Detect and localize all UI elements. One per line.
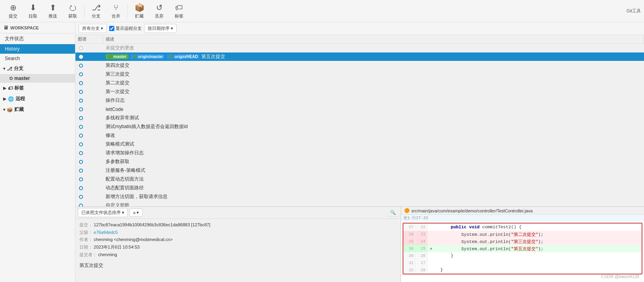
diff-line-6: 31 27	[403, 259, 642, 266]
hunk-header: 坐1·行27-33	[401, 215, 644, 221]
graph-cell-6	[75, 98, 103, 103]
toolbar-tag[interactable]: 🏷 标签	[169, 2, 189, 21]
graph-cell-17	[75, 194, 103, 199]
row-desc-3: 第三次提交	[103, 70, 644, 78]
toolbar-stash[interactable]: 📦 贮藏	[129, 1, 149, 21]
history-row-6[interactable]: 操作日志	[75, 96, 644, 105]
graph-cell-10	[75, 133, 103, 138]
sort-dropdown[interactable]: 按日期排序 ▾	[144, 24, 177, 33]
bottom-split: 已依照文件状态排序 ▾ ≡ ▾ 🔍 提交： 127bc87eaca1994b10…	[75, 206, 644, 282]
workspace-icon: 🖥	[3, 25, 8, 31]
file-type-icon: 🟠	[404, 208, 410, 213]
commit-icon: ⊕	[10, 3, 17, 12]
sidebar-search[interactable]: Search	[0, 54, 75, 63]
sort-arrow-icon: ▾	[171, 26, 173, 31]
list-view-dropdown[interactable]: ≡ ▾	[129, 208, 143, 217]
git-tool[interactable]: Git工具	[627, 8, 641, 14]
push-icon: ⬆	[50, 3, 56, 12]
tag-icon: 🏷	[175, 3, 183, 12]
toolbar: ⊕ 提交 ⬇ 拉取 ⬆ 推送 ⭮ 获取 ⎇ 分支 ⑂ 合并 📦 贮藏 ↺ 丢弃 …	[0, 0, 644, 22]
tag-arrow-icon: ▶	[3, 86, 6, 90]
row-desc-11: 策略模式测试	[103, 140, 644, 148]
history-row-2[interactable]: 第四次提交	[75, 61, 644, 70]
branch-icon: ⎇	[92, 3, 101, 12]
parent-hash-row: 父级： e76a9dedc5	[79, 229, 397, 236]
author-row: 作者： chenming <chenming@mobimedical.cn>	[79, 236, 397, 243]
toolbar-branch[interactable]: ⎇ 分支	[86, 1, 106, 21]
stash-icon: 📦	[135, 3, 145, 12]
history-row-16[interactable]: 动态配置切面路径	[75, 184, 644, 193]
divider-2	[127, 4, 128, 18]
row-desc-5: 第一次提交	[103, 88, 644, 95]
stash-arrow-icon: ▾	[3, 107, 5, 112]
bottom-left: 已依照文件状态排序 ▾ ≡ ▾ 🔍 提交： 127bc87eaca1994b10…	[75, 207, 401, 282]
row-desc-10: 修改	[103, 132, 644, 139]
diff-line-3: 29 24 System.out.println("第三次提交");	[403, 238, 642, 245]
sidebar-section-tag[interactable]: ▶ 🏷 标签	[0, 83, 75, 93]
history-row-5[interactable]: 第一次提交	[75, 88, 644, 96]
stash-section-icon: 📦	[7, 107, 13, 113]
history-row-17[interactable]: 新增方法切面，获取请求信息	[75, 193, 644, 201]
sidebar-history[interactable]: History	[0, 44, 75, 54]
history-row-4[interactable]: 第二次提交	[75, 79, 644, 88]
file-sort-dropdown[interactable]: 已依照文件状态排序 ▾	[78, 208, 128, 217]
history-row-15[interactable]: 配置动态切面方法	[75, 175, 644, 184]
remote-section-icon: 🌐	[8, 96, 14, 102]
graph-cell-12	[75, 151, 103, 156]
history-row-13[interactable]: 多参数获取	[75, 158, 644, 166]
diff-line-1: 27 22 public void commitTest2() {	[403, 224, 642, 231]
graph-cell-5	[75, 89, 103, 94]
branch-filter-dropdown[interactable]: 所有分支 ▾	[79, 24, 107, 33]
history-row-18[interactable]: 自定义监听	[75, 201, 644, 206]
toolbar-commit[interactable]: ⊕ 提交	[3, 1, 23, 21]
tag-origin-head: 🌿 origin/HEAD	[167, 54, 200, 59]
sidebar-section-remote[interactable]: ▶ 🌐 远程	[0, 93, 75, 104]
toolbar-discard[interactable]: ↺ 丢弃	[149, 1, 169, 21]
history-row-3[interactable]: 第三次提交	[75, 70, 644, 79]
history-topbar: 所有分支 ▾ 显示远程分支 按日期排序 ▾	[75, 22, 644, 35]
sidebar-section-stash[interactable]: ▾ 📦 贮藏	[0, 104, 75, 115]
sidebar-section-branch[interactable]: ▾ ⎇ 分支	[0, 63, 75, 74]
file-sort-arrow-icon: ▾	[122, 210, 124, 215]
toolbar-merge[interactable]: ⑂ 合并	[106, 2, 126, 21]
sidebar-file-status[interactable]: 文件状态	[0, 33, 75, 44]
committer-row: 提交者： chenming	[79, 251, 397, 259]
history-row-uncommitted[interactable]: 未提交的更改	[75, 44, 644, 53]
file-list-header: 已依照文件状态排序 ▾ ≡ ▾ 🔍	[75, 207, 401, 219]
show-remote-checkbox[interactable]: 显示远程分支	[109, 25, 142, 31]
history-row-12[interactable]: 请求增加操作日志	[75, 149, 644, 158]
commit-info: 提交： 127bc87eaca1994b10064296b3c836ec1da8…	[75, 219, 401, 282]
show-remote-input[interactable]	[109, 26, 114, 31]
tag-section-icon: 🏷	[8, 86, 13, 91]
main-layout: 🖥 WORKSPACE 文件状态 History Search ▾ ⎇ 分支 m…	[0, 22, 644, 282]
history-row-8[interactable]: 多线程异常测试	[75, 114, 644, 123]
toolbar-fetch[interactable]: ⭮ 获取	[63, 2, 83, 21]
graph-cell-3	[75, 72, 103, 77]
content-area: 所有分支 ▾ 显示远程分支 按日期排序 ▾ 图谱 描述	[75, 22, 644, 282]
graph-cell-uncommitted	[75, 46, 103, 51]
history-row-10[interactable]: 修改	[75, 131, 644, 140]
row-desc-7: lettCode	[103, 106, 644, 113]
toolbar-push[interactable]: ⬆ 推送	[43, 1, 63, 21]
merge-icon: ⑂	[114, 3, 118, 12]
diff-line-4: 30 25 + System.out.println("第五次提交");	[403, 245, 642, 252]
sidebar-branch-master[interactable]: master	[0, 74, 75, 83]
tag-master: 🌿 master	[106, 54, 129, 59]
sidebar: 🖥 WORKSPACE 文件状态 History Search ▾ ⎇ 分支 m…	[0, 22, 75, 282]
history-row-7[interactable]: lettCode	[75, 105, 644, 114]
row-desc-4: 第二次提交	[103, 79, 644, 87]
git-label: Git工具	[627, 8, 641, 14]
list-view-arrow-icon: ▾	[137, 210, 139, 215]
toolbar-pull[interactable]: ⬇ 拉取	[23, 1, 43, 21]
history-row-1[interactable]: 🌿 master 🌿 origin/master 🌿 origin/HEAD 第…	[75, 53, 644, 61]
branch-arrow-icon: ▾	[3, 66, 5, 71]
history-row-11[interactable]: 策略模式测试	[75, 140, 644, 149]
diff-highlight-box: 27 22 public void commitTest2() { 28 23 …	[403, 223, 642, 274]
history-row-9[interactable]: 测试mybatis插入数据是否会返回数据id	[75, 123, 644, 131]
history-row-14[interactable]: 注册服务-策略模式	[75, 166, 644, 175]
discard-icon: ↺	[156, 3, 163, 12]
watermark: CSDN @baize9128	[601, 274, 639, 279]
file-search-button[interactable]: 🔍	[388, 209, 398, 217]
graph-cell-1	[75, 54, 103, 59]
pull-icon: ⬇	[30, 3, 37, 12]
